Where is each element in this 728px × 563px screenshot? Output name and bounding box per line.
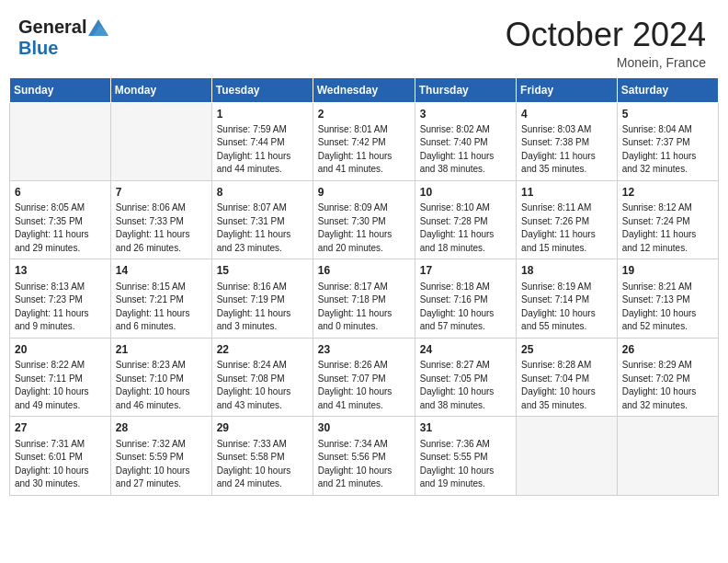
calendar-cell: 21Sunrise: 8:23 AM Sunset: 7:10 PM Dayli… [110, 338, 211, 416]
day-number: 8 [217, 185, 308, 201]
calendar-cell: 14Sunrise: 8:15 AM Sunset: 7:21 PM Dayli… [110, 259, 211, 338]
cell-content: Sunrise: 8:10 AM Sunset: 7:28 PM Dayligh… [420, 201, 511, 255]
day-number: 15 [217, 263, 308, 279]
weekday-header: Thursday [415, 77, 516, 102]
cell-content: Sunrise: 8:17 AM Sunset: 7:18 PM Dayligh… [318, 281, 410, 334]
calendar-cell: 5Sunrise: 8:04 AM Sunset: 7:37 PM Daylig… [617, 102, 718, 180]
cell-content: Sunrise: 8:19 AM Sunset: 7:14 PM Dayligh… [521, 281, 612, 334]
day-number: 6 [15, 185, 106, 201]
cell-content: Sunrise: 8:27 AM Sunset: 7:05 PM Dayligh… [420, 359, 511, 412]
month-title: October 2024 [506, 17, 706, 53]
cell-content: Sunrise: 8:23 AM Sunset: 7:10 PM Dayligh… [116, 359, 207, 412]
day-number: 7 [116, 185, 207, 201]
day-number: 4 [521, 107, 612, 122]
day-number: 3 [420, 107, 511, 122]
day-number: 30 [318, 420, 410, 436]
calendar-cell: 9Sunrise: 8:09 AM Sunset: 7:30 PM Daylig… [313, 180, 415, 259]
calendar-cell [110, 102, 211, 180]
day-number: 1 [217, 107, 308, 122]
day-number: 14 [116, 263, 207, 279]
cell-content: Sunrise: 8:02 AM Sunset: 7:40 PM Dayligh… [420, 123, 511, 177]
logo: General Blue [18, 17, 108, 59]
cell-content: Sunrise: 8:28 AM Sunset: 7:04 PM Dayligh… [521, 359, 612, 412]
calendar-cell: 7Sunrise: 8:06 AM Sunset: 7:33 PM Daylig… [110, 180, 211, 259]
calendar-cell: 19Sunrise: 8:21 AM Sunset: 7:13 PM Dayli… [617, 259, 718, 338]
cell-content: Sunrise: 7:32 AM Sunset: 5:59 PM Dayligh… [116, 438, 207, 491]
day-number: 19 [622, 263, 713, 279]
calendar-cell: 1Sunrise: 7:59 AM Sunset: 7:44 PM Daylig… [211, 102, 313, 180]
calendar-cell: 28Sunrise: 7:32 AM Sunset: 5:59 PM Dayli… [110, 417, 211, 495]
title-block: October 2024 Monein, France [506, 17, 706, 70]
calendar-cell [517, 417, 618, 495]
calendar-cell: 13Sunrise: 8:13 AM Sunset: 7:23 PM Dayli… [10, 259, 111, 338]
cell-content: Sunrise: 8:06 AM Sunset: 7:33 PM Dayligh… [116, 201, 207, 255]
cell-content: Sunrise: 7:33 AM Sunset: 5:58 PM Dayligh… [217, 438, 308, 491]
cell-content: Sunrise: 8:12 AM Sunset: 7:24 PM Dayligh… [622, 201, 713, 255]
calendar-cell: 20Sunrise: 8:22 AM Sunset: 7:11 PM Dayli… [10, 338, 111, 416]
location: Monein, France [506, 55, 706, 70]
day-number: 29 [217, 420, 308, 436]
cell-content: Sunrise: 8:11 AM Sunset: 7:26 PM Dayligh… [521, 201, 612, 255]
calendar-cell: 4Sunrise: 8:03 AM Sunset: 7:38 PM Daylig… [517, 102, 618, 180]
calendar-cell: 6Sunrise: 8:05 AM Sunset: 7:35 PM Daylig… [10, 180, 111, 259]
day-number: 17 [420, 263, 511, 279]
calendar-cell: 8Sunrise: 8:07 AM Sunset: 7:31 PM Daylig… [211, 180, 313, 259]
cell-content: Sunrise: 8:21 AM Sunset: 7:13 PM Dayligh… [622, 281, 713, 334]
cell-content: Sunrise: 7:36 AM Sunset: 5:55 PM Dayligh… [420, 438, 511, 491]
day-number: 16 [318, 263, 410, 279]
day-number: 12 [622, 185, 713, 201]
calendar-cell: 25Sunrise: 8:28 AM Sunset: 7:04 PM Dayli… [517, 338, 618, 416]
calendar-cell: 22Sunrise: 8:24 AM Sunset: 7:08 PM Dayli… [211, 338, 313, 416]
day-number: 9 [318, 185, 410, 201]
cell-content: Sunrise: 8:26 AM Sunset: 7:07 PM Dayligh… [318, 359, 410, 412]
day-number: 27 [15, 420, 106, 436]
cell-content: Sunrise: 8:03 AM Sunset: 7:38 PM Dayligh… [521, 123, 612, 177]
cell-content: Sunrise: 8:13 AM Sunset: 7:23 PM Dayligh… [15, 281, 106, 334]
day-number: 13 [15, 263, 106, 279]
cell-content: Sunrise: 8:22 AM Sunset: 7:11 PM Dayligh… [15, 359, 106, 412]
weekday-header: Saturday [617, 77, 718, 102]
calendar-cell: 2Sunrise: 8:01 AM Sunset: 7:42 PM Daylig… [313, 102, 415, 180]
calendar-week-row: 13Sunrise: 8:13 AM Sunset: 7:23 PM Dayli… [10, 259, 719, 338]
logo-general-text: General [18, 17, 86, 38]
weekday-header: Monday [110, 77, 211, 102]
calendar-cell: 11Sunrise: 8:11 AM Sunset: 7:26 PM Dayli… [517, 180, 618, 259]
calendar-cell: 16Sunrise: 8:17 AM Sunset: 7:18 PM Dayli… [313, 259, 415, 338]
weekday-header: Wednesday [313, 77, 415, 102]
calendar-week-row: 27Sunrise: 7:31 AM Sunset: 6:01 PM Dayli… [10, 417, 719, 495]
calendar-cell: 17Sunrise: 8:18 AM Sunset: 7:16 PM Dayli… [415, 259, 516, 338]
cell-content: Sunrise: 7:59 AM Sunset: 7:44 PM Dayligh… [217, 123, 308, 177]
cell-content: Sunrise: 8:09 AM Sunset: 7:30 PM Dayligh… [318, 201, 410, 255]
day-number: 24 [420, 342, 511, 358]
day-number: 10 [420, 185, 511, 201]
calendar-cell: 26Sunrise: 8:29 AM Sunset: 7:02 PM Dayli… [617, 338, 718, 416]
cell-content: Sunrise: 8:18 AM Sunset: 7:16 PM Dayligh… [420, 281, 511, 334]
calendar-cell: 27Sunrise: 7:31 AM Sunset: 6:01 PM Dayli… [10, 417, 111, 495]
day-number: 2 [318, 107, 410, 122]
day-number: 23 [318, 342, 410, 358]
calendar-week-row: 1Sunrise: 7:59 AM Sunset: 7:44 PM Daylig… [10, 102, 719, 180]
logo-icon [88, 19, 108, 36]
day-number: 25 [521, 342, 612, 358]
day-number: 26 [622, 342, 713, 358]
cell-content: Sunrise: 8:24 AM Sunset: 7:08 PM Dayligh… [217, 359, 308, 412]
day-number: 31 [420, 420, 511, 436]
day-number: 20 [15, 342, 106, 358]
calendar-cell: 10Sunrise: 8:10 AM Sunset: 7:28 PM Dayli… [415, 180, 516, 259]
calendar-cell: 29Sunrise: 7:33 AM Sunset: 5:58 PM Dayli… [211, 417, 313, 495]
calendar-header-row: SundayMondayTuesdayWednesdayThursdayFrid… [10, 77, 719, 102]
weekday-header: Sunday [10, 77, 111, 102]
calendar-cell: 15Sunrise: 8:16 AM Sunset: 7:19 PM Dayli… [211, 259, 313, 338]
calendar-cell: 23Sunrise: 8:26 AM Sunset: 7:07 PM Dayli… [313, 338, 415, 416]
calendar-cell: 3Sunrise: 8:02 AM Sunset: 7:40 PM Daylig… [415, 102, 516, 180]
cell-content: Sunrise: 8:05 AM Sunset: 7:35 PM Dayligh… [15, 201, 106, 255]
calendar-week-row: 6Sunrise: 8:05 AM Sunset: 7:35 PM Daylig… [10, 180, 719, 259]
header: General Blue October 2024 Monein, France [0, 0, 728, 77]
day-number: 5 [622, 107, 713, 122]
cell-content: Sunrise: 7:34 AM Sunset: 5:56 PM Dayligh… [318, 438, 410, 491]
cell-content: Sunrise: 8:16 AM Sunset: 7:19 PM Dayligh… [217, 281, 308, 334]
day-number: 18 [521, 263, 612, 279]
day-number: 28 [116, 420, 207, 436]
weekday-header: Friday [517, 77, 618, 102]
cell-content: Sunrise: 8:07 AM Sunset: 7:31 PM Dayligh… [217, 201, 308, 255]
